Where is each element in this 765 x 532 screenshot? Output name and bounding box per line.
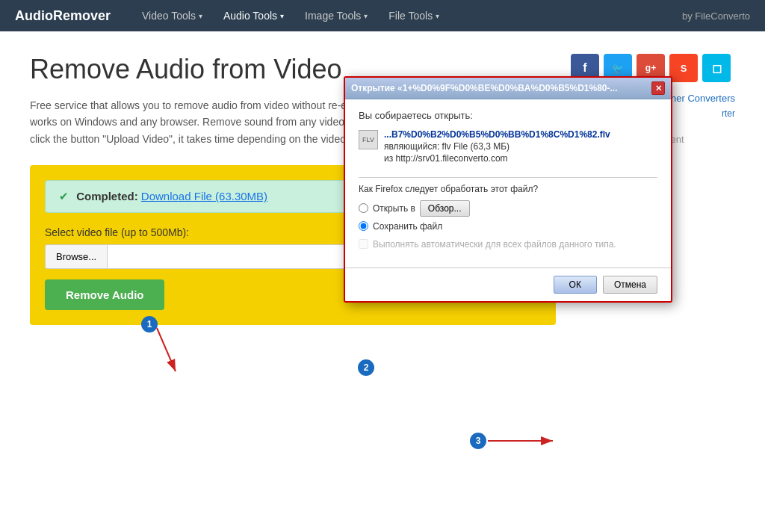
dropdown-arrow: ▾ xyxy=(436,12,439,20)
dialog-question1: Вы собираетесь открыть: xyxy=(359,110,657,121)
dropdown-arrow: ▾ xyxy=(280,12,284,20)
open-in-radio[interactable] xyxy=(359,203,368,213)
dropdown-arrow: ▾ xyxy=(199,12,202,20)
dropdown-arrow: ▾ xyxy=(364,12,368,20)
nav-file-tools[interactable]: File Tools ▾ xyxy=(380,0,448,31)
square-icon[interactable]: ◻ xyxy=(702,54,731,82)
nav-by-label: by FileConverto xyxy=(682,10,750,22)
dialog-divider xyxy=(359,177,657,178)
dialog-cancel-button[interactable]: Отмена xyxy=(603,276,657,294)
dialog-title: Открытие «1+%D0%9F%D0%BE%D0%BA%D0%B5%D1%… xyxy=(351,83,618,93)
navbar-brand[interactable]: AudioRemover xyxy=(15,8,111,24)
circle-3 xyxy=(470,433,486,449)
circle-3-label: 3 xyxy=(476,436,481,446)
dialog-file-row: FLV ...B7%D0%B2%D0%B5%D0%BB%D1%8C%D1%82.… xyxy=(359,129,657,171)
nav-image-tools[interactable]: Image Tools ▾ xyxy=(296,0,377,31)
save-file-label: Сохранить файл xyxy=(373,221,442,232)
stumbleupon-icon[interactable]: S xyxy=(669,54,698,82)
remove-audio-button[interactable]: Remove Audio xyxy=(45,279,164,310)
dialog-question2: Как Firefox следует обработать этот файл… xyxy=(359,184,657,194)
open-in-label: Открыть в xyxy=(373,203,415,214)
auto-checkbox-label: Выполнять автоматически для всех файлов … xyxy=(373,239,616,250)
popup-filename: ...B7%D0%B2%D0%B5%D0%BB%D1%8C%D1%82.flv xyxy=(384,129,610,141)
auto-checkbox xyxy=(359,239,368,249)
dialog-ok-button[interactable]: ОК xyxy=(554,276,597,294)
popup-source: из http://srv01.fileconverto.com xyxy=(384,153,610,164)
save-file-radio[interactable] xyxy=(359,221,368,231)
save-file-row: Сохранить файл xyxy=(359,221,657,232)
browse-app-button[interactable]: Обзор... xyxy=(420,200,470,217)
file-info: ...B7%D0%B2%D0%B5%D0%BB%D1%8C%D1%82.flv … xyxy=(384,129,610,171)
dialog-close-button[interactable]: ✕ xyxy=(651,81,665,95)
check-icon: ✔ xyxy=(59,190,69,202)
nav-items: Video Tools ▾ Audio Tools ▾ Image Tools … xyxy=(133,0,682,31)
nav-audio-tools[interactable]: Audio Tools ▾ xyxy=(214,0,293,31)
file-open-dialog: Открытие «1+%D0%9F%D0%BE%D0%BA%D0%B5%D1%… xyxy=(344,76,672,303)
open-in-row: Открыть в Обзор... xyxy=(359,200,657,217)
completed-label: Completed: xyxy=(76,190,138,202)
browse-button[interactable]: Browse... xyxy=(45,244,108,269)
dialog-footer: ОК Отмена xyxy=(345,267,671,301)
dialog-titlebar: Открытие «1+%D0%9F%D0%BE%D0%BA%D0%B5%D1%… xyxy=(345,78,671,99)
nav-video-tools[interactable]: Video Tools ▾ xyxy=(133,0,211,31)
download-link[interactable]: Download File (63.30MB) xyxy=(141,190,267,202)
circle-2-label: 2 xyxy=(364,362,369,373)
popup-filetype: являющийся: flv File (63,3 МБ) xyxy=(384,141,610,152)
navbar: AudioRemover Video Tools ▾ Audio Tools ▾… xyxy=(0,0,765,31)
page-wrapper: Remove Audio from Video Free service tha… xyxy=(0,31,765,532)
file-type-icon: FLV xyxy=(359,130,378,149)
circle-2 xyxy=(358,359,374,376)
auto-checkbox-row: Выполнять автоматически для всех файлов … xyxy=(359,239,657,250)
dialog-body: Вы собираетесь открыть: FLV ...B7%D0%B2%… xyxy=(345,99,671,267)
